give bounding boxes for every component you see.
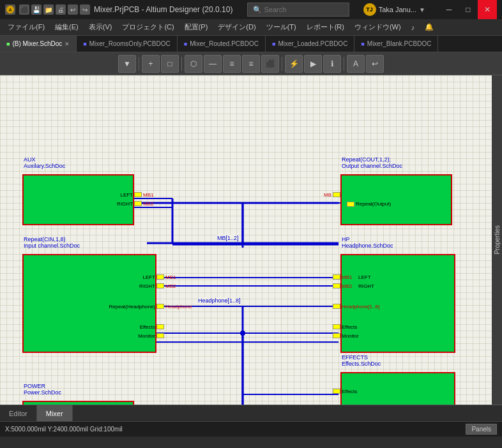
output-title: Repeat(COUT,1,2); <box>342 156 391 163</box>
status-coords: X:5000.000mil Y:2400.000mil Grid:100mil <box>5 426 123 433</box>
output-mb-port: MB <box>333 192 340 197</box>
tab-label-0: (B) Mixer.SchDoc <box>12 40 62 47</box>
hp-effects-port: Effects <box>333 324 340 329</box>
hp-mb1-label: MB1 <box>342 274 352 280</box>
titlebar: A ⬛ 💾 📁 🖨 ↩ ↪ Mixer.PrjPCB - Altium Desi… <box>0 0 502 19</box>
tab-rooms-only[interactable]: ■ Mixer_RoomsOnly.PCBDOC <box>77 36 178 52</box>
cross-button[interactable]: ⬛ <box>261 55 279 73</box>
hp-right-label: RIGHT <box>358 283 374 289</box>
schematic-svg <box>0 75 492 405</box>
schematic-canvas[interactable]: AUX Auxilary.SchDoc LEFT MB1 RIGHT MB2 R… <box>0 75 502 405</box>
rect-button[interactable]: □ <box>161 55 179 73</box>
power-block: POWER Power.SchDoc <box>22 401 134 405</box>
input-mb2-label: MB2 <box>165 283 176 289</box>
hp-monitor-port: Monitor <box>333 333 340 338</box>
menu-file[interactable]: ファイル(F) <box>3 21 50 33</box>
aux-left-portbox <box>134 192 142 197</box>
tab-label-2: Mixer_Routed.PCBDOC <box>190 40 259 47</box>
add-button[interactable]: + <box>142 55 160 73</box>
tab-routed[interactable]: ■ Mixer_Routed.PCBDOC <box>178 36 266 52</box>
properties-panel[interactable]: Properties <box>492 75 502 405</box>
aux-right-label: RIGHT <box>117 201 133 207</box>
input-left-portbox <box>156 274 164 280</box>
input-right-portbox <box>156 283 164 288</box>
tab-mixer-schdoc[interactable]: ■ (B) Mixer.SchDoc ✕ <box>0 36 77 52</box>
menu-window[interactable]: ウィンドウ(W) <box>349 21 406 33</box>
menu-edit[interactable]: 編集(E) <box>50 21 84 33</box>
input-effects-portbox <box>156 324 164 329</box>
menu-music[interactable]: ♪ <box>406 22 420 33</box>
output-repeat-port: Repeat(Output) <box>347 201 391 207</box>
panels-button[interactable]: Panels <box>466 424 497 435</box>
undo-icon[interactable]: ↩ <box>68 4 78 15</box>
print-icon[interactable]: 🖨 <box>56 4 66 15</box>
hp-mb2-portbox <box>333 283 340 288</box>
input-hp-label: Repeat(Headphone) <box>109 304 156 310</box>
filter-button[interactable]: ▼ <box>118 55 136 73</box>
search-input[interactable] <box>264 6 341 13</box>
tab-loaded[interactable]: ■ Mixer_Loaded.PCBDOC <box>266 36 354 52</box>
minimize-button[interactable]: ─ <box>439 0 459 19</box>
input-right-label: RIGHT <box>139 283 155 289</box>
menu-tools[interactable]: ツール(T) <box>261 21 301 33</box>
bottom-tab-mixer[interactable]: Mixer <box>37 405 73 421</box>
aux-right-portbox <box>134 201 142 206</box>
input-headphone-port: Repeat(Headphone) Headphone <box>156 304 164 309</box>
close-button[interactable]: ✕ <box>478 0 497 19</box>
hp-mb1-port: MB1 LEFT <box>333 274 340 280</box>
effects-subtitle: Effects.SchDoc <box>342 361 381 367</box>
properties-label: Properties <box>494 225 501 255</box>
redo-icon[interactable]: ↪ <box>80 4 90 15</box>
menubar: ファイル(F) 編集(E) 表示(V) プロジェクト(C) 配置(P) デザイン… <box>0 19 502 36</box>
menu-view[interactable]: 表示(V) <box>84 21 118 33</box>
wire-button[interactable]: — <box>204 55 222 73</box>
bottom-tab-editor[interactable]: Editor <box>0 405 37 421</box>
aux-block: AUX Auxilary.SchDoc LEFT MB1 RIGHT MB2 <box>22 174 134 225</box>
hp-left-label: LEFT <box>358 274 371 280</box>
aux-left-port: LEFT MB1 <box>134 192 142 197</box>
headphone-bus-label: Headphone[1..8] <box>198 297 241 304</box>
tabbar: ■ (B) Mixer.SchDoc ✕ ■ Mixer_RoomsOnly.P… <box>0 36 502 52</box>
mb-bus-label: MB[1..2] <box>217 235 239 241</box>
hp-monitor-portbox <box>333 333 340 338</box>
input-effects-label: Effects <box>140 324 155 330</box>
tab-blank[interactable]: ■ Mixer_Blank.PCBDOC <box>354 36 438 52</box>
input-hpbus-label: Headphone <box>165 304 192 310</box>
netlabel-button[interactable]: ≡ <box>242 55 260 73</box>
window-controls: ─ □ ✕ <box>439 0 497 19</box>
aux-right-port: RIGHT MB2 <box>134 201 142 206</box>
text-button[interactable]: A <box>347 55 365 73</box>
search-bar[interactable]: 🔍 <box>247 3 349 17</box>
hp-hp-portbox <box>333 304 340 309</box>
hp-mb2-label: MB2 <box>342 283 352 289</box>
port-button[interactable]: ▶ <box>304 55 322 73</box>
menu-notif[interactable]: 🔔 <box>420 22 439 33</box>
user-avatar: TJ <box>363 3 376 16</box>
open-icon[interactable]: 📁 <box>43 4 54 15</box>
menu-place[interactable]: 配置(P) <box>179 21 213 33</box>
search-icon: 🔍 <box>253 6 262 14</box>
file-icon[interactable]: ⬛ <box>19 4 29 15</box>
effects-portbox <box>333 389 340 394</box>
menu-design[interactable]: デザイン(D) <box>213 21 261 33</box>
menu-reports[interactable]: レポート(R) <box>301 21 349 33</box>
sep4 <box>344 57 344 71</box>
power-subtitle: Power.SchDoc <box>24 389 61 396</box>
maximize-button[interactable]: □ <box>459 0 478 19</box>
toolbar: ▼ + □ ⬡ — ≡ ≡ ⬛ ⚡ ▶ ℹ A ↩ <box>0 52 502 75</box>
hp-mb1-portbox <box>333 274 340 280</box>
aux-left-label: LEFT <box>120 192 133 198</box>
comp-button[interactable]: ⬡ <box>185 55 202 73</box>
power-button[interactable]: ⚡ <box>285 55 303 73</box>
input-effects-port: Effects <box>156 324 164 329</box>
power-title: POWER <box>24 383 45 389</box>
bottom-tabs: Editor Mixer <box>0 405 502 421</box>
save-icon[interactable]: 💾 <box>31 4 42 15</box>
no-erc-button[interactable]: ℹ <box>323 55 341 73</box>
bus-button[interactable]: ≡ <box>223 55 241 73</box>
effects-title: EFFECTS <box>342 354 368 361</box>
menu-project[interactable]: プロジェクト(C) <box>117 21 179 33</box>
input-mb1-label: MB1 <box>165 274 176 280</box>
undo-toolbar-button[interactable]: ↩ <box>366 55 384 73</box>
svg-text:A: A <box>9 8 12 12</box>
